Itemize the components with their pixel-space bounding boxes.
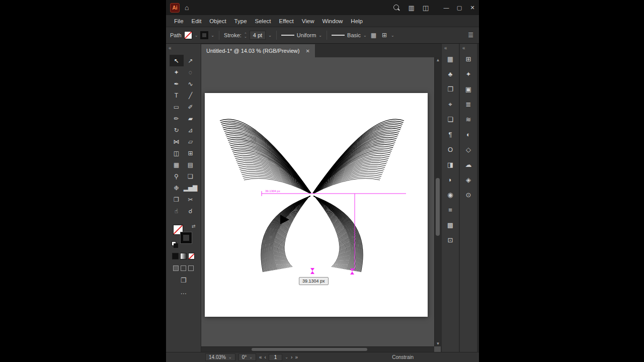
curvature-tool[interactable]: ∿ [184, 78, 198, 89]
stroke-label[interactable]: Stroke: [224, 32, 242, 38]
next-artboard-icon[interactable]: › [291, 354, 292, 360]
draw-inside-button[interactable] [188, 265, 194, 271]
selection-tool[interactable]: ↖ [170, 55, 184, 66]
none-button[interactable] [188, 253, 195, 259]
canvas[interactable]: 39.1304 px 39.1304 px ▲ ▼ [201, 57, 441, 352]
eyedropper-tool[interactable]: ⚲ [170, 170, 184, 182]
dock1-collapse-icon[interactable]: « [442, 44, 459, 51]
options-dropdown-icon[interactable]: ⌄ [391, 33, 394, 38]
horizontal-scroll-thumb[interactable] [252, 348, 367, 351]
brush-dropdown-icon[interactable]: ⌄ [363, 33, 367, 38]
panel-icon-pathfinder[interactable]: ◗ [443, 173, 458, 187]
panel-icon-color[interactable]: ◉ [443, 188, 458, 202]
screen-mode-icon[interactable]: ❐ [181, 277, 187, 284]
lasso-tool[interactable]: ◌ [184, 66, 198, 78]
line-segment-tool[interactable]: ╱ [184, 89, 198, 101]
menu-window[interactable]: Window [318, 17, 347, 26]
stroke-color-swatch[interactable] [200, 31, 208, 39]
swap-fill-stroke-icon[interactable]: ⇄ [192, 224, 196, 229]
default-fill-stroke-icon[interactable] [172, 241, 176, 246]
free-transform-tool[interactable]: ▱ [184, 136, 198, 147]
panel-icon-transform[interactable]: ◨ [443, 158, 458, 171]
type-tool[interactable]: T [170, 89, 184, 101]
tools-collapse-icon[interactable]: « [166, 44, 201, 51]
fill-dropdown-icon[interactable]: ⌄ [195, 33, 198, 38]
panel-icon-navigator[interactable]: ⌖ [443, 98, 458, 111]
eraser-tool[interactable]: ▰ [184, 113, 198, 124]
stroke-swatch[interactable] [181, 232, 192, 243]
previous-artboard-icon[interactable]: ‹ [264, 354, 266, 360]
panel-icon-graphic-styles[interactable]: ◇ [461, 143, 476, 156]
panel-icon-layers[interactable]: ◈ [461, 173, 476, 187]
panel-icon-properties[interactable]: ≡ [443, 203, 458, 217]
panel-icon-links[interactable]: ⊡ [443, 233, 458, 247]
panel-icon-paragraph[interactable]: ¶ [443, 128, 458, 141]
column-graph-tool[interactable]: ▂▅▇ [184, 182, 198, 194]
panel-icon-transparency[interactable]: ▩ [443, 218, 458, 232]
panel-icon-symbols[interactable]: ❏ [443, 113, 458, 126]
color-button[interactable] [172, 253, 179, 259]
draw-behind-button[interactable] [181, 265, 186, 271]
minimize-button[interactable]: — [440, 0, 453, 15]
scale-tool[interactable]: ⊿ [184, 124, 198, 136]
artboard[interactable]: 39.1304 px 39.1304 px [205, 93, 428, 317]
brush-definition-value[interactable]: Basic [347, 32, 361, 38]
menu-object[interactable]: Object [205, 17, 230, 26]
search-icon[interactable] [393, 5, 400, 11]
paintbrush-tool[interactable]: ✐ [184, 101, 198, 113]
magic-wand-tool[interactable]: ✦ [170, 66, 184, 78]
dock2-collapse-icon[interactable]: « [460, 44, 477, 51]
blend-tool[interactable]: ❏ [184, 170, 198, 182]
panel-icon-swatches[interactable]: ▣ [461, 82, 476, 96]
zoom-tool[interactable]: ☌ [184, 205, 198, 217]
stroke-weight-field[interactable]: 4 pt [250, 31, 266, 40]
rotate-tool[interactable]: ↻ [170, 124, 184, 136]
width-profile-value[interactable]: Uniform [297, 32, 316, 38]
panel-icon-artboards[interactable]: ▦ [443, 52, 458, 66]
app-logo-icon[interactable]: Ai [170, 3, 180, 13]
draw-normal-button[interactable] [173, 265, 179, 271]
menu-help[interactable]: Help [347, 17, 367, 26]
slice-tool[interactable]: ✂ [184, 194, 198, 205]
panel-icon-grid[interactable]: ⊞ [461, 52, 476, 66]
panel-icon-pattern[interactable]: ♣ [443, 67, 458, 81]
arrange-documents-icon[interactable]: ◫ [423, 4, 429, 12]
hand-tool[interactable]: ☝ [170, 205, 184, 217]
home-icon[interactable]: ⌂ [185, 4, 189, 12]
scroll-up-icon[interactable]: ▲ [435, 58, 441, 62]
pencil-tool[interactable]: ✏ [170, 113, 184, 124]
maximize-button[interactable]: ▢ [453, 0, 466, 15]
recolor-artwork-icon[interactable]: ▦ [369, 32, 378, 39]
panel-icon-asset-export[interactable]: ⊙ [461, 188, 476, 202]
zoom-select[interactable]: 14.03% ⌄ [205, 353, 235, 361]
panel-menu-icon[interactable]: ☰ [466, 32, 475, 39]
panel-icon-libraries[interactable]: ☁ [461, 158, 476, 171]
symbol-sprayer-tool[interactable]: ❉ [170, 182, 184, 194]
width-tool[interactable]: ⋈ [170, 136, 184, 147]
menu-select[interactable]: Select [251, 17, 275, 26]
panel-icon-stroke[interactable]: ≣ [461, 98, 476, 111]
horizontal-scrollbar[interactable] [201, 346, 434, 352]
artboard-tool[interactable]: ❐ [170, 194, 184, 205]
pen-tool[interactable]: ✒ [170, 78, 184, 89]
vertical-scroll-thumb[interactable] [436, 178, 440, 236]
artboard-dropdown-icon[interactable]: ⌄ [285, 355, 288, 359]
rotation-select[interactable]: 0° ⌄ [238, 353, 256, 361]
menu-effect[interactable]: Effect [275, 17, 298, 26]
panel-icon-export[interactable]: ❐ [443, 82, 458, 96]
gradient-button[interactable] [180, 253, 187, 259]
shape-builder-tool[interactable]: ◫ [170, 147, 184, 159]
workspace-switcher-icon[interactable]: ▥ [408, 4, 414, 12]
shape-options-icon[interactable]: ⊞ [380, 32, 388, 39]
scroll-down-icon[interactable]: ▼ [435, 341, 441, 346]
menu-type[interactable]: Type [230, 17, 251, 26]
fill-none-swatch[interactable] [184, 31, 192, 39]
tab-close-icon[interactable]: ✕ [305, 48, 309, 54]
menu-file[interactable]: File [170, 17, 188, 26]
vertical-scrollbar[interactable]: ▲ ▼ [434, 57, 441, 346]
mesh-tool[interactable]: ▦ [170, 159, 184, 170]
panel-icon-brushes[interactable]: ≋ [461, 113, 476, 126]
last-artboard-icon[interactable]: » [295, 354, 298, 360]
document-tab[interactable]: Untitled-1* @ 14.03 % (RGB/Preview) ✕ [201, 44, 315, 57]
panel-icon-magic[interactable]: ✦ [461, 67, 476, 81]
